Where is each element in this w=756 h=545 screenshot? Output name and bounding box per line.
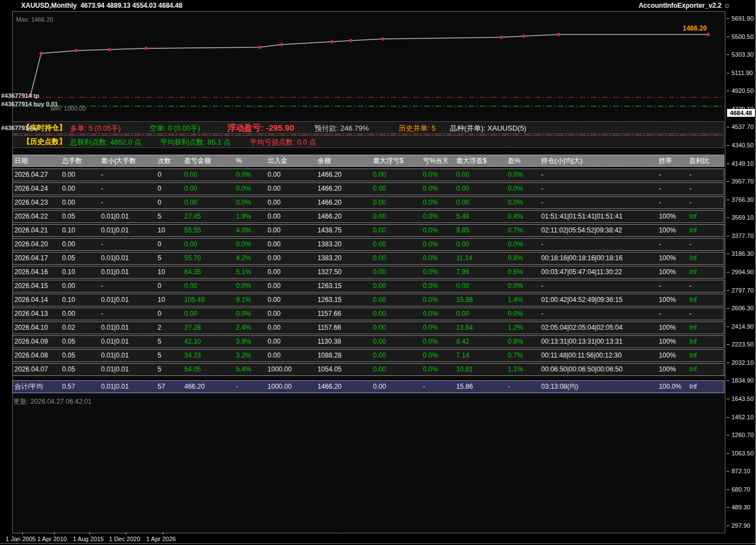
table-cell: 0.00 — [61, 280, 100, 292]
table-cell: 0.57 — [61, 381, 100, 393]
price-tick — [727, 272, 729, 272]
table-cell: 0.0% — [421, 169, 455, 181]
table-cell: 2026.04.24 — [13, 183, 61, 195]
table-cell: 0.00 — [371, 211, 421, 222]
table-cell: 1263.15 — [316, 294, 371, 306]
equity-max-label: Max: 1466.20 — [16, 16, 53, 23]
time-tick-label: 1 Aug 2015 — [73, 536, 104, 542]
price-tick — [727, 417, 729, 418]
table-cell: - — [657, 308, 688, 320]
price-tick-label: 489.30 — [732, 504, 750, 511]
price-tick-label: 1643.50 — [732, 395, 754, 402]
table-cell: 0.00 — [266, 294, 316, 306]
price-tick — [727, 236, 729, 236]
table-cell: 0.01|0.01 — [100, 225, 156, 236]
price-tick-label: 5111.90 — [732, 70, 753, 76]
table-cell: 0.4% — [506, 211, 540, 222]
time-tick-label: 1 Jan 2005 — [6, 536, 36, 542]
table-cell: 最大浮亏$ — [371, 155, 421, 166]
table-cell: 0.0% — [234, 183, 266, 195]
table-cell: - — [688, 308, 724, 320]
table-cell: 0.02 — [61, 322, 100, 334]
table-cell: 7.14 — [455, 350, 506, 361]
equity-point-dot — [330, 40, 334, 43]
table-cell: 5 — [156, 211, 183, 222]
table-cell: 0.00 — [61, 308, 100, 320]
history-merged-label: 历史并单: 5 — [399, 123, 435, 133]
table-cell: 0.0% — [234, 239, 266, 250]
price-tick — [727, 380, 729, 381]
table-cell: 0.00 — [371, 183, 421, 195]
price-tick-label: 2414.90 — [732, 323, 754, 330]
price-tick-label: 2606.30 — [732, 305, 754, 311]
table-cell: 10 — [156, 294, 183, 306]
table-cell: - — [688, 280, 724, 292]
table-cell: 持仓(小|均|大) — [540, 155, 658, 166]
table-cell: 100% — [657, 350, 688, 361]
table-cell: 0.00 — [455, 183, 506, 195]
history-tag: 【历史点数】 — [23, 137, 66, 147]
table-cell: 2 — [156, 322, 183, 334]
table-cell: 盈% — [506, 155, 540, 166]
order-line-label: #43677914 sl — [1, 125, 38, 131]
table-cell: 余额 — [316, 155, 371, 166]
price-tick-label: 2994.90 — [732, 269, 754, 275]
table-cell: 0.00 — [183, 197, 235, 209]
price-tick — [727, 18, 729, 19]
price-tick-label: 4537.70 — [732, 123, 754, 130]
equity-point-dot — [522, 34, 525, 38]
price-axis[interactable]: 4684.48 5691.905500.505303.305111.904920… — [727, 0, 756, 532]
table-cell: 0.0% — [421, 252, 455, 264]
table-row: 2026.04.210.100.01|0.011055.554.0%0.0014… — [12, 224, 724, 237]
table-cell: 0.00 — [371, 336, 421, 348]
terminal-window: XAUUSD,Monthly 4673.94 4889.13 4554.03 4… — [0, 0, 756, 545]
table-cell: 0.00 — [371, 364, 421, 375]
table-row: 2026.04.200.00-00.000.0%0.001383.200.000… — [12, 238, 724, 251]
table-cell: - — [688, 183, 724, 195]
table-cell: 100.0% — [657, 381, 688, 393]
table-cell: 总手数 — [61, 155, 100, 166]
price-tick-label: 680.70 — [732, 486, 750, 493]
price-tick-label: 3186.30 — [732, 250, 754, 257]
table-cell: 0 — [156, 197, 183, 209]
price-tick — [727, 145, 729, 146]
time-tick-label: 1 Apr 2026 — [146, 536, 176, 542]
table-cell: 1466.20 — [316, 183, 371, 195]
table-cell: - — [540, 183, 658, 195]
table-cell: - — [421, 381, 455, 393]
price-tick-label: 1452.10 — [732, 414, 754, 420]
table-cell: 2026.04.17 — [13, 252, 61, 264]
table-cell: 0.00 — [371, 197, 421, 209]
table-cell: 0.0% — [421, 322, 455, 334]
price-tick-label: 1834.90 — [732, 377, 754, 384]
price-tick-label: 297.90 — [732, 522, 750, 529]
price-tick-label: 3766.30 — [732, 196, 754, 203]
table-cell: 9.1% — [234, 294, 266, 306]
equity-curve — [31, 34, 708, 95]
table-cell: 0.01|0.01 — [100, 364, 156, 375]
table-cell: Inf — [688, 350, 724, 361]
table-cell: Inf — [688, 294, 724, 306]
table-cell: 1000.00 — [266, 364, 316, 375]
price-tick-label: 5691.90 — [732, 15, 754, 22]
ea-name-label: AccountInfoExporter_v2.2 — [639, 2, 722, 9]
price-tick-label: 3957.70 — [732, 178, 754, 185]
table-cell: 1466.20 — [316, 381, 371, 393]
table-cell: 0.00 — [371, 381, 421, 393]
table-cell: 100% — [657, 364, 688, 375]
table-cell: - — [688, 169, 724, 181]
table-cell: 0.00 — [266, 322, 316, 334]
table-cell: - — [100, 308, 156, 320]
table-cell: 02:11:02|05:54:52|09:38:42 — [540, 225, 658, 236]
table-cell: 105.49 — [183, 294, 235, 306]
table-cell: 0.0% — [421, 280, 455, 292]
table-cell: 0.00 — [266, 252, 316, 264]
table-cell: - — [657, 169, 688, 181]
table-cell: 15.86 — [455, 294, 506, 306]
equity-point-dot — [349, 39, 352, 42]
table-cell: 0.01|0.01 — [100, 252, 156, 264]
price-tick — [727, 164, 729, 164]
table-cell: 0.00 — [266, 266, 316, 278]
table-cell: 0.10 — [61, 294, 100, 306]
table-cell: 次数 — [156, 155, 183, 166]
